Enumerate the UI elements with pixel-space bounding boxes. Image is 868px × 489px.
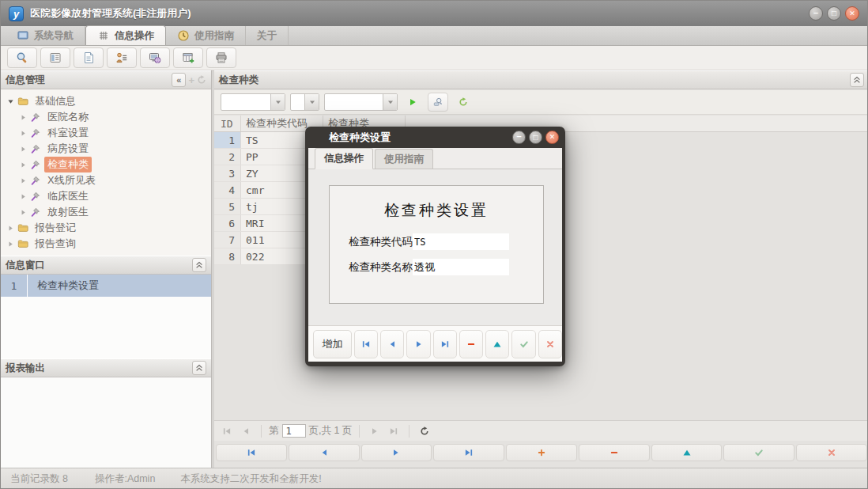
column-header[interactable]: ID [214, 116, 241, 131]
toolbar-user-list-button[interactable] [107, 47, 137, 68]
bottom-x-button[interactable] [796, 444, 867, 461]
expander-right-icon[interactable] [7, 241, 14, 248]
dropdown-caret-icon[interactable] [270, 94, 285, 110]
dialog-prev-button[interactable] [380, 330, 404, 358]
tab-关于[interactable]: 关于 [246, 26, 289, 45]
tab-使用指南[interactable]: 使用指南 [166, 26, 246, 45]
tree-item-放射医生[interactable]: 放射医生 [1, 204, 211, 220]
grid-panel-header: 检查种类 [214, 70, 868, 89]
prev-icon [319, 448, 329, 457]
search-config-button[interactable] [428, 93, 448, 112]
folder-icon [17, 96, 28, 107]
collapse-up-button[interactable] [850, 73, 864, 87]
expander-right-icon[interactable] [20, 130, 27, 137]
tab-bar: 系统导航信息操作使用指南关于 [1, 26, 867, 46]
expander-right-icon[interactable] [20, 177, 27, 184]
next-icon [391, 448, 401, 457]
dialog-check-button[interactable] [511, 330, 535, 358]
page-next-icon[interactable] [367, 423, 383, 439]
filter-combo-2[interactable] [290, 93, 319, 111]
bottom-check-button[interactable] [723, 444, 794, 461]
tool-icon [30, 207, 41, 218]
report-output-header: 报表输出 [1, 358, 211, 377]
folder-icon [17, 238, 28, 249]
tree-item-病房设置[interactable]: 病房设置 [1, 141, 211, 157]
toolbar-document-button[interactable] [74, 47, 104, 68]
dialog-tab-信息操作[interactable]: 信息操作 [315, 148, 373, 169]
dialog-minus-button[interactable] [459, 330, 483, 358]
tree-item-报告登记[interactable]: 报告登记 [1, 220, 211, 236]
up-icon [682, 448, 692, 457]
tab-系统导航[interactable]: 系统导航 [6, 26, 85, 45]
toolbar-monitor-globe-button[interactable] [140, 47, 170, 68]
dialog-up-button[interactable] [485, 330, 509, 358]
tree-item-检查种类[interactable]: 检查种类 [1, 157, 211, 172]
bottom-first-button[interactable] [216, 444, 287, 461]
dialog-first-button[interactable] [354, 330, 378, 358]
tree-item-报告查询[interactable]: 报告查询 [1, 236, 211, 252]
toolbar-form-button[interactable] [40, 47, 70, 68]
tree-item-临床医生[interactable]: 临床医生 [1, 188, 211, 204]
dialog-x-button[interactable] [538, 330, 562, 358]
bottom-next-button[interactable] [361, 444, 432, 461]
form-box: 检查种类设置 检查种类代码 检查种类名称 [329, 185, 544, 304]
dialog-next-button[interactable] [406, 330, 430, 358]
dialog-close-button[interactable] [545, 131, 559, 144]
expander-right-icon[interactable] [20, 146, 27, 153]
run-query-button[interactable] [402, 93, 423, 112]
dialog-minimize-button[interactable] [512, 131, 526, 144]
check-icon [519, 339, 529, 349]
collapse-left-button[interactable]: « [172, 73, 186, 87]
expander-right-icon[interactable] [20, 114, 27, 121]
minimize-button[interactable] [809, 6, 823, 21]
tree-item-医院名称[interactable]: 医院名称 [1, 109, 211, 125]
page-first-icon[interactable] [219, 423, 235, 439]
bottom-prev-button[interactable] [289, 444, 360, 461]
close-button[interactable] [845, 6, 859, 21]
bottom-minus-button[interactable] [579, 444, 650, 461]
page-refresh-icon[interactable] [417, 423, 432, 439]
dropdown-caret-icon[interactable] [304, 94, 319, 110]
expander-right-icon[interactable] [7, 225, 14, 232]
dialog-tab-使用指南[interactable]: 使用指南 [375, 149, 433, 169]
grid-tab-icon [97, 29, 110, 42]
expander-right-icon[interactable] [20, 193, 27, 200]
bottom-up-button[interactable] [651, 444, 723, 461]
page-last-icon[interactable] [386, 423, 402, 439]
sidebar: 信息管理 « + 基础信息医院名称科室设置病房设置检查种类X线所见表临床医生放射… [1, 70, 212, 468]
filter-combo-1[interactable] [221, 93, 285, 111]
refresh-button[interactable] [453, 93, 474, 112]
tool-icon [30, 191, 41, 202]
tree-item-基础信息[interactable]: 基础信息 [1, 93, 211, 109]
app-logo-icon: y [9, 6, 24, 21]
bottom-plus-button[interactable] [506, 444, 577, 461]
bottom-last-button[interactable] [433, 444, 504, 461]
info-tree: 基础信息医院名称科室设置病房设置检查种类X线所见表临床医生放射医生报告登记报告查… [1, 89, 211, 256]
expander-right-icon[interactable] [20, 209, 27, 216]
toolbar-search-button[interactable] [7, 47, 37, 68]
tree-item-X线所见表[interactable]: X线所见表 [1, 172, 211, 188]
info-window-row[interactable]: 1 检查种类设置 [1, 275, 211, 297]
page-number-input[interactable] [282, 424, 306, 438]
dropdown-caret-icon[interactable] [383, 94, 397, 110]
first-icon [361, 339, 371, 349]
first-icon [247, 448, 256, 457]
expander-right-icon[interactable] [20, 161, 27, 169]
collapse-up-button[interactable] [192, 258, 206, 272]
toolbar-table-add-button[interactable] [173, 47, 203, 68]
dialog-last-button[interactable] [433, 330, 457, 358]
tab-信息操作[interactable]: 信息操作 [85, 25, 166, 45]
maximize-button[interactable] [827, 6, 841, 21]
page-prev-icon[interactable] [238, 423, 254, 439]
toolbar-printer-button[interactable] [206, 47, 236, 68]
dialog-maximize-button[interactable] [529, 131, 542, 144]
collapse-up-button[interactable] [192, 361, 206, 375]
minus-icon [466, 339, 476, 349]
field-name-input[interactable] [413, 259, 509, 275]
field-code-input[interactable] [413, 233, 509, 250]
filter-combo-3[interactable] [324, 93, 398, 111]
add-record-button[interactable]: 增加 [313, 330, 352, 358]
tree-item-科室设置[interactable]: 科室设置 [1, 125, 211, 141]
row-number: 1 [1, 275, 28, 297]
expander-down-icon[interactable] [7, 98, 14, 105]
